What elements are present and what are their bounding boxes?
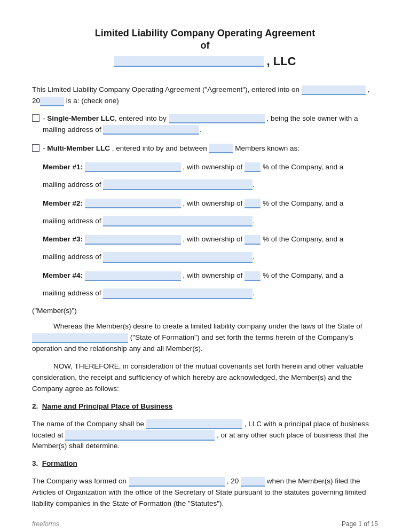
- member-3-ownership-field[interactable]: [245, 235, 261, 245]
- member-1-label: Member #1:: [43, 163, 83, 171]
- multi-member-text1: , entered into by and between: [112, 144, 207, 152]
- member-4-row2: mailing address of .: [43, 288, 378, 299]
- single-member-label: Single-Member LLC: [47, 114, 115, 122]
- section2-title: Name and Principal Place of Business: [42, 402, 173, 410]
- multi-member-checkbox[interactable]: [32, 144, 40, 152]
- section2-body: The name of the Company shall be , LLC w…: [32, 419, 378, 452]
- multi-member-text: - Multi-Member LLC , entered into by and…: [43, 143, 299, 154]
- business-address-field[interactable]: [65, 430, 215, 441]
- llc-suffix: , LLC: [267, 54, 296, 68]
- member-4-block: Member #4: , with ownership of % of the …: [43, 270, 378, 299]
- section3-number: 3.: [32, 459, 38, 467]
- member-4-text1: , with ownership of: [183, 271, 245, 279]
- member-2-text1: , with ownership of: [183, 199, 245, 207]
- member-3-row1: Member #3: , with ownership of % of the …: [43, 234, 378, 245]
- single-member-text1: , entered into by: [115, 114, 167, 122]
- member-1-name-field[interactable]: [85, 162, 181, 172]
- multi-member-label: Multi-Member LLC: [47, 144, 110, 152]
- section3-title: Formation: [42, 459, 77, 467]
- member-1-row1: Member #1: , with ownership of % of the …: [43, 162, 378, 173]
- member-4-address-field[interactable]: [103, 288, 253, 299]
- single-member-checkbox-row: - Single-Member LLC, entered into by , b…: [32, 113, 378, 136]
- section3-text2: , 20: [227, 477, 239, 485]
- footer-brand: freeforms: [32, 520, 59, 528]
- formation-year-field[interactable]: [241, 477, 265, 487]
- member-4-ownership-field[interactable]: [245, 271, 261, 281]
- title-section: Limited Liability Company Operating Agre…: [32, 27, 378, 68]
- member-3-label: Member #3:: [43, 235, 83, 243]
- company-name-field[interactable]: [114, 56, 264, 67]
- whereas-text1: Whereas the Member(s) desire to create a…: [53, 322, 362, 330]
- member-3-text2: % of the Company, and a: [263, 235, 343, 243]
- member-2-row1: Member #2: , with ownership of % of the …: [43, 198, 378, 209]
- section2-heading: 2. Name and Principal Place of Business: [32, 401, 378, 412]
- member-4-row1: Member #4: , with ownership of % of the …: [43, 270, 378, 281]
- member-2-ownership-field[interactable]: [245, 199, 261, 208]
- company-name-field-2[interactable]: [146, 419, 242, 429]
- section3-body: The Company was formed on , 20 when the …: [32, 476, 378, 510]
- member-3-block: Member #3: , with ownership of % of the …: [43, 234, 378, 263]
- now-therefore-paragraph: NOW, THEREFORE, in consideration of the …: [32, 361, 378, 395]
- member-4-text2: % of the Company, and a: [263, 271, 343, 279]
- member-3-text1: , with ownership of: [183, 235, 245, 243]
- member-3-row2: mailing address of .: [43, 252, 378, 263]
- section2-number: 2.: [32, 402, 38, 410]
- single-member-name-field[interactable]: [169, 114, 265, 123]
- intro-text1: This Limited Liability Company Operating…: [32, 85, 299, 93]
- single-member-text: - Single-Member LLC, entered into by , b…: [43, 113, 378, 136]
- intro-text3: is a: (check one): [66, 97, 119, 105]
- member-2-address-field[interactable]: [103, 216, 253, 226]
- whereas-paragraph: Whereas the Member(s) desire to create a…: [32, 321, 378, 355]
- member-4-name-field[interactable]: [85, 271, 181, 281]
- member-1-ownership-field[interactable]: [245, 162, 261, 172]
- title-line2: of: [32, 40, 378, 51]
- formation-date-field[interactable]: [129, 477, 225, 487]
- member-2-name-field[interactable]: [85, 199, 181, 208]
- member-4-label: Member #4:: [43, 271, 83, 279]
- member-3-address-field[interactable]: [103, 252, 253, 263]
- document-page: Limited Liability Company Operating Agre…: [0, 0, 410, 532]
- member-count-field[interactable]: [209, 144, 233, 153]
- member-1-text2: % of the Company, and a: [263, 163, 343, 171]
- title-line1: Limited Liability Company Operating Agre…: [32, 27, 378, 40]
- section3-heading: 3. Formation: [32, 458, 378, 470]
- date-field[interactable]: [302, 85, 366, 95]
- member-2-row2: mailing address of .: [43, 216, 378, 227]
- footer-page: Page 1 of 15: [342, 520, 378, 528]
- member-1-address-field[interactable]: [103, 179, 253, 190]
- member-2-text2: % of the Company, and a: [263, 199, 343, 207]
- member-1-text1: , with ownership of: [183, 163, 245, 171]
- single-member-checkbox[interactable]: [32, 114, 40, 122]
- member-3-name-field[interactable]: [85, 235, 181, 245]
- single-member-address-field[interactable]: [103, 125, 199, 135]
- member-1-block: Member #1: , with ownership of % of the …: [43, 162, 378, 191]
- member-1-row2: mailing address of .: [43, 179, 378, 191]
- footer: freeforms Page 1 of 15: [32, 520, 378, 528]
- title-llc-line: , LLC: [32, 54, 378, 68]
- multi-member-checkbox-row: - Multi-Member LLC , entered into by and…: [32, 143, 378, 154]
- intro-paragraph: This Limited Liability Company Operating…: [32, 84, 378, 107]
- member-2-block: Member #2: , with ownership of % of the …: [43, 198, 378, 227]
- state-of-formation-field[interactable]: [32, 333, 128, 343]
- members-label: ("Member(s)"): [32, 307, 378, 315]
- member-2-label: Member #2:: [43, 199, 83, 207]
- section2-text1: The name of the Company shall be: [32, 420, 144, 428]
- section3-text1: The Company was formed on: [32, 477, 127, 485]
- year-field[interactable]: [40, 97, 64, 106]
- single-member-end: .: [199, 126, 201, 134]
- multi-member-text2: Members known as:: [235, 144, 299, 152]
